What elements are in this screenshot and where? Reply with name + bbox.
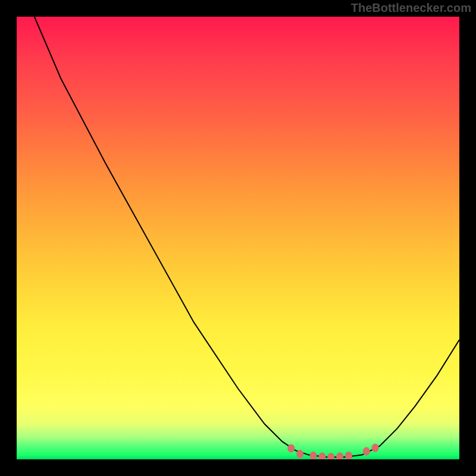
optimal-marker xyxy=(345,452,352,459)
optimal-marker xyxy=(336,453,343,460)
optimal-marker xyxy=(287,444,295,452)
bottleneck-curve xyxy=(35,17,459,457)
optimal-marker xyxy=(310,452,317,459)
watermark-text: TheBottlenecker.com xyxy=(351,1,471,15)
chart-area xyxy=(17,17,459,459)
optimal-marker xyxy=(363,447,370,456)
optimal-marker xyxy=(327,453,334,459)
optimal-marker xyxy=(296,450,303,458)
curve-overlay xyxy=(17,17,459,459)
optimal-markers-group xyxy=(287,444,378,459)
optimal-marker xyxy=(372,444,379,452)
optimal-marker xyxy=(318,453,325,460)
